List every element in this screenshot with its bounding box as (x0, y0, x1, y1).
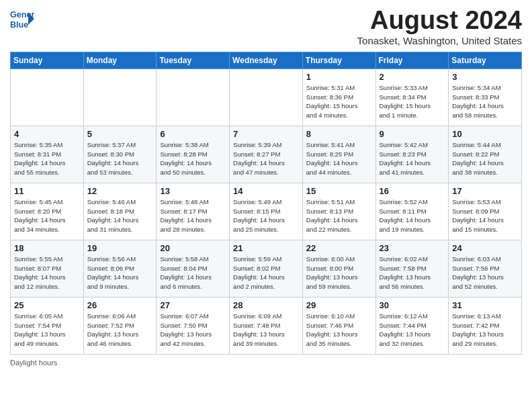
day-cell (83, 68, 157, 126)
day-cell: 14Sunrise: 5:49 AM Sunset: 8:15 PM Dayli… (230, 183, 303, 240)
day-number: 25 (14, 300, 80, 310)
day-info: Sunrise: 5:46 AM Sunset: 8:18 PM Dayligh… (87, 197, 153, 234)
day-cell: 20Sunrise: 5:58 AM Sunset: 8:04 PM Dayli… (157, 240, 230, 297)
day-info: Sunrise: 5:58 AM Sunset: 8:04 PM Dayligh… (160, 255, 226, 291)
day-number: 30 (380, 300, 445, 310)
day-number: 6 (160, 129, 226, 139)
day-info: Sunrise: 5:49 AM Sunset: 8:15 PM Dayligh… (233, 197, 299, 234)
day-cell: 16Sunrise: 5:52 AM Sunset: 8:11 PM Dayli… (375, 183, 449, 240)
day-cell: 31Sunrise: 6:13 AM Sunset: 7:42 PM Dayli… (449, 297, 522, 354)
day-number: 28 (233, 300, 299, 310)
day-number: 20 (160, 243, 226, 253)
day-number: 1 (306, 72, 372, 82)
day-cell: 23Sunrise: 6:02 AM Sunset: 7:58 PM Dayli… (375, 240, 449, 297)
location-subtitle: Tonasket, Washington, United States (357, 35, 522, 46)
day-info: Sunrise: 6:05 AM Sunset: 7:54 PM Dayligh… (14, 312, 80, 349)
day-cell: 5Sunrise: 5:37 AM Sunset: 8:30 PM Daylig… (83, 126, 157, 183)
month-title: August 2024 (357, 7, 522, 35)
day-number: 27 (160, 300, 226, 310)
day-number: 24 (452, 243, 518, 253)
day-cell: 8Sunrise: 5:41 AM Sunset: 8:25 PM Daylig… (302, 126, 375, 183)
day-number: 23 (380, 243, 445, 253)
week-row-5: 25Sunrise: 6:05 AM Sunset: 7:54 PM Dayli… (11, 297, 522, 354)
daylight-label: Daylight hours (10, 359, 57, 367)
logo-icon: General Blue (10, 7, 34, 31)
day-cell: 18Sunrise: 5:55 AM Sunset: 8:07 PM Dayli… (11, 240, 84, 297)
day-number: 16 (380, 186, 445, 196)
day-number: 4 (14, 129, 80, 139)
week-row-3: 11Sunrise: 5:45 AM Sunset: 8:20 PM Dayli… (11, 183, 522, 240)
col-header-friday: Friday (375, 52, 449, 68)
title-area: August 2024 Tonasket, Washington, United… (357, 7, 522, 46)
day-number: 9 (380, 129, 445, 139)
day-info: Sunrise: 6:00 AM Sunset: 8:00 PM Dayligh… (306, 255, 372, 291)
day-cell (157, 68, 230, 126)
day-info: Sunrise: 5:37 AM Sunset: 8:30 PM Dayligh… (87, 140, 153, 177)
day-cell: 9Sunrise: 5:42 AM Sunset: 8:23 PM Daylig… (375, 126, 449, 183)
day-cell: 22Sunrise: 6:00 AM Sunset: 8:00 PM Dayli… (302, 240, 375, 297)
day-number: 12 (87, 186, 153, 196)
day-number: 8 (306, 129, 372, 139)
day-number: 11 (14, 186, 80, 196)
day-cell: 6Sunrise: 5:38 AM Sunset: 8:28 PM Daylig… (157, 126, 230, 183)
day-info: Sunrise: 6:02 AM Sunset: 7:58 PM Dayligh… (380, 255, 445, 291)
day-cell: 21Sunrise: 5:59 AM Sunset: 8:02 PM Dayli… (230, 240, 303, 297)
day-number: 29 (306, 300, 372, 310)
day-cell: 7Sunrise: 5:39 AM Sunset: 8:27 PM Daylig… (230, 126, 303, 183)
day-number: 19 (87, 243, 153, 253)
week-row-4: 18Sunrise: 5:55 AM Sunset: 8:07 PM Dayli… (11, 240, 522, 297)
day-number: 13 (160, 186, 226, 196)
day-info: Sunrise: 5:42 AM Sunset: 8:23 PM Dayligh… (380, 140, 445, 177)
week-row-1: 1Sunrise: 5:31 AM Sunset: 8:36 PM Daylig… (11, 68, 522, 126)
day-info: Sunrise: 5:41 AM Sunset: 8:25 PM Dayligh… (306, 140, 372, 177)
day-cell (230, 68, 303, 126)
col-header-saturday: Saturday (449, 52, 522, 68)
day-info: Sunrise: 5:51 AM Sunset: 8:13 PM Dayligh… (306, 197, 372, 234)
day-cell: 30Sunrise: 6:12 AM Sunset: 7:44 PM Dayli… (375, 297, 449, 354)
page-header: General Blue August 2024 Tonasket, Washi… (10, 7, 522, 46)
day-cell: 11Sunrise: 5:45 AM Sunset: 8:20 PM Dayli… (11, 183, 84, 240)
day-cell: 13Sunrise: 5:48 AM Sunset: 8:17 PM Dayli… (157, 183, 230, 240)
day-number: 7 (233, 129, 299, 139)
day-cell: 19Sunrise: 5:56 AM Sunset: 8:06 PM Dayli… (83, 240, 157, 297)
day-info: Sunrise: 6:10 AM Sunset: 7:46 PM Dayligh… (306, 312, 372, 349)
day-cell: 3Sunrise: 5:34 AM Sunset: 8:33 PM Daylig… (449, 68, 522, 126)
day-info: Sunrise: 5:55 AM Sunset: 8:07 PM Dayligh… (14, 255, 80, 291)
day-info: Sunrise: 5:44 AM Sunset: 8:22 PM Dayligh… (452, 140, 518, 177)
day-number: 18 (14, 243, 80, 253)
day-cell: 28Sunrise: 6:09 AM Sunset: 7:48 PM Dayli… (230, 297, 303, 354)
day-number: 31 (452, 300, 518, 310)
svg-text:Blue: Blue (10, 20, 28, 30)
day-number: 17 (452, 186, 518, 196)
day-number: 5 (87, 129, 153, 139)
day-info: Sunrise: 5:34 AM Sunset: 8:33 PM Dayligh… (452, 83, 518, 120)
day-cell: 25Sunrise: 6:05 AM Sunset: 7:54 PM Dayli… (11, 297, 84, 354)
col-header-monday: Monday (83, 52, 157, 68)
day-cell: 12Sunrise: 5:46 AM Sunset: 8:18 PM Dayli… (83, 183, 157, 240)
col-header-thursday: Thursday (302, 52, 375, 68)
calendar-table: SundayMondayTuesdayWednesdayThursdayFrid… (10, 52, 522, 355)
day-info: Sunrise: 5:38 AM Sunset: 8:28 PM Dayligh… (160, 140, 226, 177)
day-cell: 26Sunrise: 6:06 AM Sunset: 7:52 PM Dayli… (83, 297, 157, 354)
day-info: Sunrise: 5:53 AM Sunset: 8:09 PM Dayligh… (452, 197, 518, 234)
col-header-wednesday: Wednesday (230, 52, 303, 68)
day-info: Sunrise: 5:39 AM Sunset: 8:27 PM Dayligh… (233, 140, 299, 177)
day-cell: 29Sunrise: 6:10 AM Sunset: 7:46 PM Dayli… (302, 297, 375, 354)
day-number: 26 (87, 300, 153, 310)
day-info: Sunrise: 5:31 AM Sunset: 8:36 PM Dayligh… (306, 83, 372, 120)
day-cell: 10Sunrise: 5:44 AM Sunset: 8:22 PM Dayli… (449, 126, 522, 183)
day-info: Sunrise: 5:56 AM Sunset: 8:06 PM Dayligh… (87, 255, 153, 291)
day-info: Sunrise: 6:03 AM Sunset: 7:56 PM Dayligh… (452, 255, 518, 291)
logo: General Blue (10, 7, 36, 31)
day-info: Sunrise: 5:33 AM Sunset: 8:34 PM Dayligh… (380, 83, 445, 120)
col-header-sunday: Sunday (11, 52, 84, 68)
day-info: Sunrise: 5:45 AM Sunset: 8:20 PM Dayligh… (14, 197, 80, 234)
day-info: Sunrise: 6:12 AM Sunset: 7:44 PM Dayligh… (380, 312, 445, 349)
day-number: 21 (233, 243, 299, 253)
day-cell: 24Sunrise: 6:03 AM Sunset: 7:56 PM Dayli… (449, 240, 522, 297)
day-info: Sunrise: 5:48 AM Sunset: 8:17 PM Dayligh… (160, 197, 226, 234)
day-number: 2 (380, 72, 445, 82)
day-cell: 17Sunrise: 5:53 AM Sunset: 8:09 PM Dayli… (449, 183, 522, 240)
day-cell: 2Sunrise: 5:33 AM Sunset: 8:34 PM Daylig… (375, 68, 449, 126)
day-number: 15 (306, 186, 372, 196)
